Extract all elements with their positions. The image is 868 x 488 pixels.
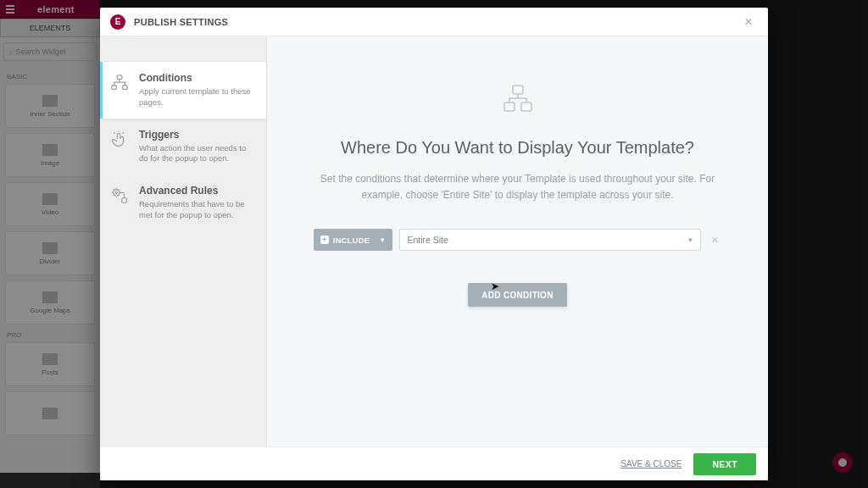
sidebar-item-title: Conditions — [139, 72, 256, 84]
chevron-down-icon: ▼ — [687, 236, 693, 244]
elementor-badge-icon: E — [110, 14, 125, 30]
gear-flow-icon — [108, 185, 131, 207]
svg-rect-6 — [513, 86, 523, 94]
sidebar-item-desc: Requirements that have to be met for the… — [139, 199, 256, 221]
modal-sidebar: Conditions Apply current template to the… — [100, 36, 267, 446]
tap-icon — [108, 129, 131, 151]
hero-description: Set the conditions that determine where … — [319, 171, 717, 203]
next-button[interactable]: NEXT — [693, 453, 756, 475]
include-label: INCLUDE — [333, 236, 370, 245]
remove-condition-icon[interactable]: × — [708, 233, 721, 247]
condition-row: + INCLUDE ▼ Entire Site ▼ × — [314, 229, 722, 251]
close-icon[interactable]: × — [739, 13, 758, 31]
svg-rect-1 — [112, 86, 117, 90]
save-and-close-link[interactable]: SAVE & CLOSE — [620, 459, 682, 469]
modal-main-pane: Where Do You Want to Display Your Templa… — [267, 36, 768, 446]
svg-point-4 — [115, 191, 117, 193]
sidebar-item-title: Triggers — [139, 129, 256, 141]
svg-rect-7 — [504, 103, 515, 111]
publish-settings-modal: E PUBLISH SETTINGS × Conditions Apply cu… — [100, 8, 768, 480]
hero-sitemap-icon — [501, 84, 535, 114]
svg-rect-8 — [521, 103, 531, 111]
svg-rect-0 — [117, 75, 122, 80]
svg-rect-2 — [123, 86, 128, 90]
sidebar-item-conditions[interactable]: Conditions Apply current template to the… — [100, 62, 266, 119]
sidebar-item-title: Advanced Rules — [139, 185, 256, 197]
add-condition-button[interactable]: ADD CONDITION — [468, 283, 566, 307]
svg-rect-5 — [122, 198, 127, 203]
condition-scope-select[interactable]: Entire Site ▼ — [399, 229, 701, 251]
sidebar-item-desc: Apply current template to these pages. — [139, 86, 256, 108]
svg-point-3 — [114, 190, 120, 196]
hero-title: Where Do You Want to Display Your Templa… — [341, 138, 694, 158]
include-exclude-toggle[interactable]: + INCLUDE ▼ — [314, 229, 393, 251]
modal-title: PUBLISH SETTINGS — [134, 17, 228, 27]
plus-icon: + — [320, 236, 329, 244]
sitemap-icon — [108, 72, 131, 94]
modal-header: E PUBLISH SETTINGS × — [100, 8, 768, 36]
sidebar-item-desc: What action the user needs to do for the… — [139, 143, 256, 165]
sidebar-item-advanced-rules[interactable]: Advanced Rules Requirements that have to… — [100, 175, 266, 231]
condition-selected-value: Entire Site — [407, 235, 448, 245]
sidebar-item-triggers[interactable]: Triggers What action the user needs to d… — [100, 119, 266, 175]
chevron-down-icon: ▼ — [379, 236, 386, 244]
modal-footer: SAVE & CLOSE NEXT — [100, 446, 768, 480]
